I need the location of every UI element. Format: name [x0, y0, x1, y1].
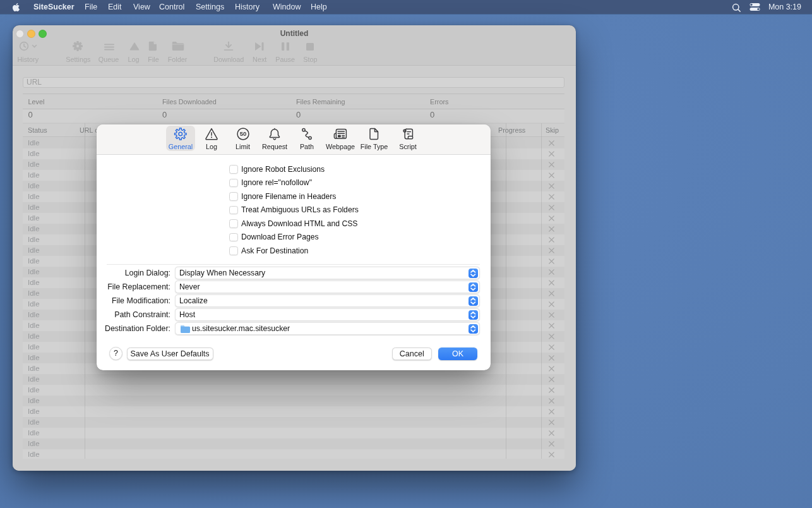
svg-text:50: 50: [239, 130, 246, 137]
